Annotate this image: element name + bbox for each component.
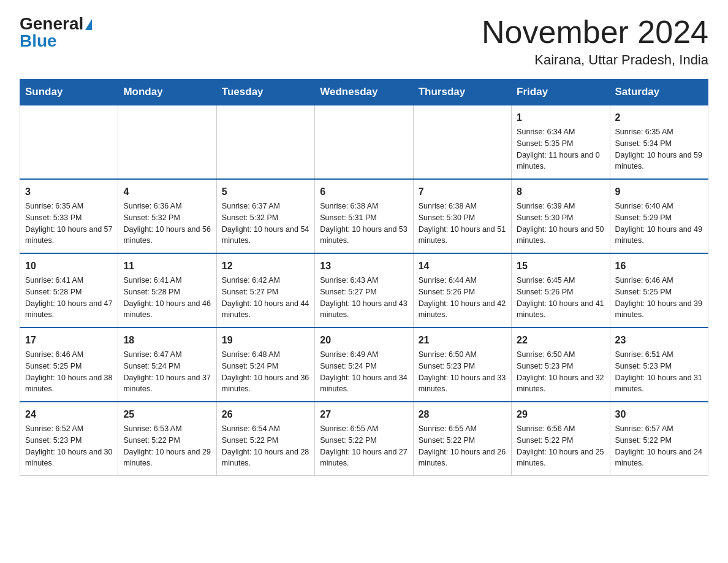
week-row-1: 1Sunrise: 6:34 AMSunset: 5:35 PMDaylight…	[20, 105, 708, 179]
day-number: 24	[25, 407, 113, 422]
day-number: 11	[123, 259, 211, 274]
calendar-cell: 11Sunrise: 6:41 AMSunset: 5:28 PMDayligh…	[118, 253, 216, 327]
day-number: 30	[615, 407, 703, 422]
day-number: 17	[25, 333, 113, 348]
day-number: 12	[222, 259, 309, 274]
day-info: Sunrise: 6:45 AMSunset: 5:26 PMDaylight:…	[517, 275, 604, 321]
day-number: 10	[25, 259, 113, 274]
calendar-cell	[118, 105, 216, 179]
day-info: Sunrise: 6:44 AMSunset: 5:26 PMDaylight:…	[419, 275, 506, 321]
calendar-cell: 17Sunrise: 6:46 AMSunset: 5:25 PMDayligh…	[20, 327, 118, 402]
col-tuesday: Tuesday	[216, 80, 314, 105]
calendar-cell: 27Sunrise: 6:55 AMSunset: 5:22 PMDayligh…	[315, 402, 413, 476]
day-number: 23	[615, 333, 703, 348]
day-info: Sunrise: 6:38 AMSunset: 5:31 PMDaylight:…	[320, 201, 408, 247]
col-saturday: Saturday	[610, 80, 708, 105]
calendar-cell: 16Sunrise: 6:46 AMSunset: 5:25 PMDayligh…	[610, 253, 708, 327]
day-info: Sunrise: 6:43 AMSunset: 5:27 PMDaylight:…	[320, 275, 408, 321]
day-info: Sunrise: 6:35 AMSunset: 5:34 PMDaylight:…	[615, 126, 703, 172]
calendar-cell: 5Sunrise: 6:37 AMSunset: 5:32 PMDaylight…	[216, 179, 314, 253]
calendar-cell: 1Sunrise: 6:34 AMSunset: 5:35 PMDaylight…	[512, 105, 610, 179]
calendar-cell: 15Sunrise: 6:45 AMSunset: 5:26 PMDayligh…	[512, 253, 610, 327]
day-number: 8	[517, 185, 604, 199]
calendar-cell	[20, 105, 118, 179]
calendar-cell: 19Sunrise: 6:48 AMSunset: 5:24 PMDayligh…	[216, 327, 314, 402]
calendar-cell: 18Sunrise: 6:47 AMSunset: 5:24 PMDayligh…	[118, 327, 216, 402]
day-number: 29	[517, 407, 604, 422]
day-number: 16	[615, 259, 703, 274]
calendar-cell: 23Sunrise: 6:51 AMSunset: 5:23 PMDayligh…	[610, 327, 708, 402]
calendar-cell: 21Sunrise: 6:50 AMSunset: 5:23 PMDayligh…	[413, 327, 511, 402]
calendar-cell: 22Sunrise: 6:50 AMSunset: 5:23 PMDayligh…	[512, 327, 610, 402]
day-info: Sunrise: 6:37 AMSunset: 5:32 PMDaylight:…	[222, 201, 309, 247]
day-info: Sunrise: 6:38 AMSunset: 5:30 PMDaylight:…	[419, 201, 506, 247]
day-info: Sunrise: 6:41 AMSunset: 5:28 PMDaylight:…	[25, 275, 113, 321]
day-info: Sunrise: 6:51 AMSunset: 5:23 PMDaylight:…	[615, 349, 703, 395]
col-wednesday: Wednesday	[315, 80, 413, 105]
calendar-cell: 10Sunrise: 6:41 AMSunset: 5:28 PMDayligh…	[20, 253, 118, 327]
week-row-5: 24Sunrise: 6:52 AMSunset: 5:23 PMDayligh…	[20, 402, 708, 476]
day-number: 22	[517, 333, 604, 348]
day-info: Sunrise: 6:47 AMSunset: 5:24 PMDaylight:…	[123, 349, 211, 395]
day-info: Sunrise: 6:46 AMSunset: 5:25 PMDaylight:…	[25, 349, 113, 395]
day-info: Sunrise: 6:34 AMSunset: 5:35 PMDaylight:…	[517, 126, 604, 172]
day-number: 25	[123, 407, 211, 422]
day-number: 2	[615, 110, 703, 125]
day-info: Sunrise: 6:57 AMSunset: 5:22 PMDaylight:…	[615, 423, 703, 469]
calendar-table: Sunday Monday Tuesday Wednesday Thursday…	[20, 79, 708, 476]
day-number: 14	[419, 259, 506, 274]
day-info: Sunrise: 6:55 AMSunset: 5:22 PMDaylight:…	[419, 423, 506, 469]
calendar-cell: 24Sunrise: 6:52 AMSunset: 5:23 PMDayligh…	[20, 402, 118, 476]
calendar-cell: 20Sunrise: 6:49 AMSunset: 5:24 PMDayligh…	[315, 327, 413, 402]
day-number: 7	[419, 185, 506, 199]
header-row: Sunday Monday Tuesday Wednesday Thursday…	[20, 80, 708, 105]
calendar-cell: 6Sunrise: 6:38 AMSunset: 5:31 PMDaylight…	[315, 179, 413, 253]
day-info: Sunrise: 6:40 AMSunset: 5:29 PMDaylight:…	[615, 201, 703, 247]
day-number: 18	[123, 333, 211, 348]
day-number: 5	[222, 185, 309, 199]
day-number: 6	[320, 185, 408, 199]
day-info: Sunrise: 6:48 AMSunset: 5:24 PMDaylight:…	[222, 349, 309, 395]
day-info: Sunrise: 6:35 AMSunset: 5:33 PMDaylight:…	[25, 201, 113, 247]
day-number: 9	[615, 185, 703, 199]
calendar-cell: 14Sunrise: 6:44 AMSunset: 5:26 PMDayligh…	[413, 253, 511, 327]
week-row-3: 10Sunrise: 6:41 AMSunset: 5:28 PMDayligh…	[20, 253, 708, 327]
calendar-cell: 7Sunrise: 6:38 AMSunset: 5:30 PMDaylight…	[413, 179, 511, 253]
day-number: 20	[320, 333, 408, 348]
day-number: 27	[320, 407, 408, 422]
calendar-cell: 13Sunrise: 6:43 AMSunset: 5:27 PMDayligh…	[315, 253, 413, 327]
calendar-cell: 30Sunrise: 6:57 AMSunset: 5:22 PMDayligh…	[610, 402, 708, 476]
day-number: 1	[517, 110, 604, 125]
calendar-cell: 26Sunrise: 6:54 AMSunset: 5:22 PMDayligh…	[216, 402, 314, 476]
week-row-4: 17Sunrise: 6:46 AMSunset: 5:25 PMDayligh…	[20, 327, 708, 402]
calendar-cell: 3Sunrise: 6:35 AMSunset: 5:33 PMDaylight…	[20, 179, 118, 253]
day-info: Sunrise: 6:52 AMSunset: 5:23 PMDaylight:…	[25, 423, 113, 469]
month-title: November 2024	[482, 15, 708, 50]
calendar-cell: 2Sunrise: 6:35 AMSunset: 5:34 PMDaylight…	[610, 105, 708, 179]
calendar-cell: 28Sunrise: 6:55 AMSunset: 5:22 PMDayligh…	[413, 402, 511, 476]
calendar-cell: 12Sunrise: 6:42 AMSunset: 5:27 PMDayligh…	[216, 253, 314, 327]
day-number: 15	[517, 259, 604, 274]
col-friday: Friday	[512, 80, 610, 105]
location-title: Kairana, Uttar Pradesh, India	[482, 52, 708, 68]
day-info: Sunrise: 6:46 AMSunset: 5:25 PMDaylight:…	[615, 275, 703, 321]
week-row-2: 3Sunrise: 6:35 AMSunset: 5:33 PMDaylight…	[20, 179, 708, 253]
day-info: Sunrise: 6:41 AMSunset: 5:28 PMDaylight:…	[123, 275, 211, 321]
calendar-cell: 8Sunrise: 6:39 AMSunset: 5:30 PMDaylight…	[512, 179, 610, 253]
page-header: General Blue November 2024 Kairana, Utta…	[20, 15, 708, 68]
day-info: Sunrise: 6:49 AMSunset: 5:24 PMDaylight:…	[320, 349, 408, 395]
calendar-cell: 25Sunrise: 6:53 AMSunset: 5:22 PMDayligh…	[118, 402, 216, 476]
day-number: 4	[123, 185, 211, 199]
day-number: 28	[419, 407, 506, 422]
title-area: November 2024 Kairana, Uttar Pradesh, In…	[482, 15, 708, 68]
day-number: 21	[419, 333, 506, 348]
day-info: Sunrise: 6:42 AMSunset: 5:27 PMDaylight:…	[222, 275, 309, 321]
logo: General Blue	[20, 15, 92, 51]
calendar-cell: 9Sunrise: 6:40 AMSunset: 5:29 PMDaylight…	[610, 179, 708, 253]
calendar-cell	[216, 105, 314, 179]
day-info: Sunrise: 6:50 AMSunset: 5:23 PMDaylight:…	[419, 349, 506, 395]
day-info: Sunrise: 6:50 AMSunset: 5:23 PMDaylight:…	[517, 349, 604, 395]
logo-blue: Blue	[20, 31, 57, 51]
day-info: Sunrise: 6:56 AMSunset: 5:22 PMDaylight:…	[517, 423, 604, 469]
day-number: 19	[222, 333, 309, 348]
